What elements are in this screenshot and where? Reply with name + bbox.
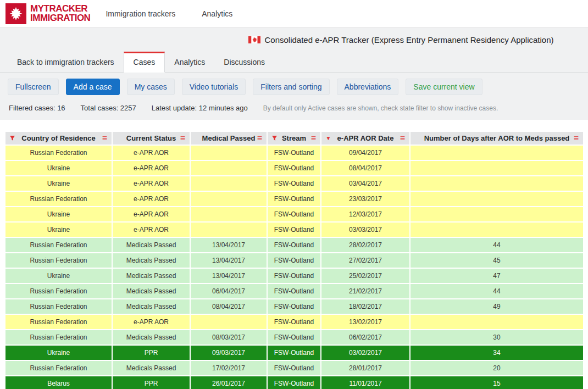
column-header: ▼e-APR AOR Date≡ [321,132,409,145]
table-row[interactable]: Russian Federatione-APR AORFSW-Outland09… [5,146,583,160]
page-title: Consolidated e-APR Tracker (Express Entr… [264,35,553,45]
table-cell: Ukraine [5,161,112,175]
table-row[interactable]: Russian FederationMedicals Passed08/03/2… [5,330,583,344]
table-row[interactable]: UkrainePPR09/03/2017FSW-Outland03/02/201… [5,346,583,360]
column-menu-icon[interactable]: ≡ [256,134,264,143]
table-cell: e-APR AOR [113,161,190,175]
add-a-case-button[interactable]: Add a case [66,79,120,95]
table-row[interactable]: Russian FederationMedicals Passed08/04/2… [5,299,583,314]
table-cell: Ukraine [5,223,112,237]
table-cell: 13/04/2017 [191,269,267,283]
table-cell: FSW-Outland [268,238,320,252]
table-row[interactable]: Ukrainee-APR AORFSW-Outland03/03/2017 [5,223,583,237]
table-row[interactable]: Russian FederationMedicals Passed06/04/2… [5,284,583,298]
table-cell: FSW-Outland [268,315,320,329]
table-cell: 15 [411,376,583,389]
latest-update: Latest update: 12 minutes ago [152,104,248,112]
column-menu-icon[interactable]: ≡ [179,134,187,143]
table-cell: FSW-Outland [268,269,320,283]
table-cell: e-APR AOR [113,207,190,221]
table-cell: e-APR AOR [113,315,190,329]
filter-icon[interactable] [8,135,16,141]
table-cell: 28/01/2017 [321,361,409,375]
column-menu-icon[interactable]: ≡ [309,134,318,143]
table-cell [411,146,583,160]
table-row[interactable]: Ukrainee-APR AORFSW-Outland12/03/2017 [5,207,583,221]
table-cell: FSW-Outland [268,376,320,389]
table-row[interactable]: BelarusPPR26/01/2017FSW-Outland11/01/201… [5,376,583,389]
column-label: Stream [279,134,309,142]
nav-item-analytics[interactable]: Analytics [202,9,232,18]
table-cell: 45 [411,253,583,268]
table-cell: Russian Federation [5,253,112,268]
column-label: Current Status [124,134,179,142]
tab-cases[interactable]: Cases [124,52,165,73]
table-cell: 03/02/2017 [321,346,409,360]
table-cell: Russian Federation [5,146,112,160]
table-cell: 13/04/2017 [191,238,267,252]
table-cell [411,207,583,221]
column-label: Medical Passed [202,134,256,142]
tab-analytics[interactable]: Analytics [165,52,214,72]
nav-item-immigration-trackers[interactable]: Immigration trackers [106,9,175,18]
column-label: Number of Days after AOR to Meds passed [421,134,572,142]
tab-back-to-immigration-trackers[interactable]: Back to immigration trackers [8,52,124,72]
table-row[interactable]: Russian FederationMedicals Passed13/04/2… [5,238,583,252]
filter-icon[interactable] [270,135,279,141]
column-menu-icon[interactable]: ≡ [572,134,580,143]
table-row[interactable]: UkraineMedicals Passed13/04/2017FSW-Outl… [5,269,583,283]
table-cell: Medicals Passed [113,330,190,344]
table-cell: FSW-Outland [268,146,320,160]
table-row[interactable]: Ukrainee-APR AORFSW-Outland03/04/2017 [5,176,583,191]
table-cell [191,176,267,191]
table-cell: 44 [411,238,583,252]
table-cell: 08/03/2017 [191,330,267,344]
table-cell [411,223,583,237]
table-cell [411,176,583,191]
table-cell: Ukraine [5,207,112,221]
tracker-tabs: Back to immigration trackers Cases Analy… [0,52,588,73]
table-cell: 11/01/2017 [321,376,409,389]
table-cell: FSW-Outland [268,361,320,375]
table-cell: FSW-Outland [268,223,320,237]
brand-logo[interactable]: MYTRACKER IMMIGRATION [5,3,90,24]
table-cell: FSW-Outland [268,253,320,268]
table-cell: Medicals Passed [113,253,190,268]
maple-leaf-icon [5,3,26,24]
my-cases-button[interactable]: My cases [127,79,175,95]
abbreviations-button[interactable]: Abbreviations [337,79,399,95]
column-menu-icon[interactable]: ≡ [398,134,407,143]
save-current-view-button[interactable]: Save current view [406,79,482,95]
table-row[interactable]: Russian FederationMedicals Passed13/04/2… [5,253,583,268]
table-cell: 47 [411,269,583,283]
cases-toolbar: Fullscreen Add a case My cases Video tut… [0,73,588,101]
table-header-row: Country of Residence≡Current Status≡Medi… [5,132,583,145]
column-menu-icon[interactable]: ≡ [101,134,109,143]
table-cell: 20 [411,361,583,375]
table-cell: Russian Federation [5,284,112,298]
table-row[interactable]: Russian FederationMedicals Passed17/02/2… [5,361,583,375]
table-row[interactable]: Russian Federatione-APR AORFSW-Outland13… [5,315,583,329]
table-cell: 06/04/2017 [191,284,267,298]
fullscreen-button[interactable]: Fullscreen [8,79,59,95]
table-cell: e-APR AOR [113,146,190,160]
filters-and-sorting-button[interactable]: Filters and sorting [253,79,329,95]
table-cell [411,315,583,329]
column-header: Medical Passed≡ [191,132,267,145]
table-cell [191,315,267,329]
filtered-cases-count: Filtered cases: 16 [9,104,65,112]
table-cell: 06/02/2017 [321,330,409,344]
tab-discussions[interactable]: Discussions [214,52,274,72]
table-cell: Medicals Passed [113,269,190,283]
table-row[interactable]: Ukrainee-APR AORFSW-Outland08/04/2017 [5,161,583,175]
video-tutorials-button[interactable]: Video tutorials [182,79,246,95]
table-cell: 30 [411,330,583,344]
tracker-title-row: Consolidated e-APR Tracker (Express Entr… [0,27,588,52]
table-cell: Russian Federation [5,315,112,329]
state-filter-note: By default only Active cases are shown, … [263,104,498,112]
table-cell: PPR [113,346,190,360]
table-row[interactable]: Russian Federatione-APR AORFSW-Outland23… [5,192,583,206]
sort-desc-icon[interactable]: ▼ [324,135,332,141]
table-cell: 08/04/2017 [321,161,409,175]
table-cell [411,161,583,175]
